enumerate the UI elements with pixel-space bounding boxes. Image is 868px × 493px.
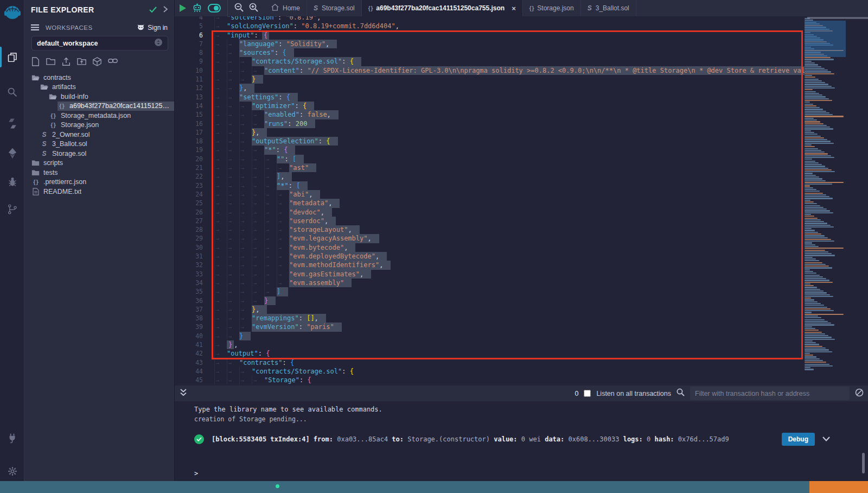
editor-code-line[interactable]: 17}, <box>175 128 805 137</box>
toggle-icon[interactable] <box>208 4 221 12</box>
close-icon[interactable]: × <box>512 4 516 12</box>
clear-console-icon[interactable] <box>855 388 864 399</box>
editor-code-line[interactable]: 21"ast" <box>175 163 805 172</box>
editor-code-line[interactable]: 9"contracts/Storage.sol": { <box>175 57 805 66</box>
git-icon[interactable] <box>0 200 24 218</box>
search-icon[interactable] <box>676 388 685 399</box>
editor-code-line[interactable]: 12}, <box>175 84 805 92</box>
terminal-scrollbar[interactable] <box>862 453 865 473</box>
file-tree-item[interactable]: { }a69b43f277ba20fcac141151250ca7... <box>24 102 174 111</box>
solidity-compiler-icon[interactable] <box>0 114 24 132</box>
tab-home[interactable]: Home <box>265 0 307 16</box>
editor-code-line[interactable]: 31"evm.deployedBytecode", <box>175 252 805 261</box>
upload-file-icon[interactable] <box>62 57 71 68</box>
editor-code-line[interactable]: 45"Storage": { <box>175 376 805 384</box>
file-explorer-icon[interactable] <box>0 48 24 66</box>
upload-folder-icon[interactable] <box>77 57 86 68</box>
editor-code-line[interactable]: 14"optimizer": { <box>175 102 805 110</box>
file-tree-item[interactable]: SStorage.sol <box>24 149 174 159</box>
file-tree-item[interactable]: { }Storage_metadata.json <box>24 111 174 121</box>
listen-all-transactions-checkbox[interactable] <box>584 390 591 397</box>
debug-button[interactable]: Debug <box>782 433 815 446</box>
file-tree-item[interactable]: { }.prettierrc.json <box>24 178 174 187</box>
editor-code-line[interactable]: 38"remappings": [], <box>175 314 805 323</box>
code-editor[interactable]: 4"solcVersion": "0.8.19",5"solcLongVersi… <box>175 16 868 385</box>
editor-code-line[interactable]: 19"*": { <box>175 146 805 154</box>
plugin-manager-icon[interactable] <box>0 429 24 447</box>
editor-code-line[interactable]: 35] <box>175 287 805 296</box>
editor-code-line[interactable]: 13"settings": { <box>175 93 805 102</box>
editor-code-line[interactable]: 30"evm.bytecode", <box>175 243 805 252</box>
file-tree-item[interactable]: { }Storage.json <box>24 121 174 130</box>
status-alert-segment[interactable] <box>809 481 868 493</box>
editor-code-line[interactable]: 4"solcVersion": "0.8.19", <box>175 16 805 22</box>
transaction-filter-input[interactable] <box>690 387 850 400</box>
minimap[interactable] <box>805 18 846 383</box>
file-tree-item[interactable]: artifacts <box>24 83 174 92</box>
remix-logo[interactable] <box>2 3 23 24</box>
editor-code-line[interactable]: 6"input": { <box>175 31 805 40</box>
workspace-select[interactable]: default_workspace <box>31 36 168 50</box>
editor-code-line[interactable]: 29"evm.legacyAssembly", <box>175 234 805 243</box>
editor-code-line[interactable]: 15"enabled": false, <box>175 110 805 119</box>
editor-code-line[interactable]: 8"sources": { <box>175 48 805 57</box>
tab-storage-json[interactable]: { }Storage.json <box>523 0 581 16</box>
tab-a69b43f277ba20fcac141151250ca755-json[interactable]: { }a69b43f277ba20fcac141151250ca755.json… <box>362 0 523 16</box>
file-tree-item[interactable]: README.txt <box>24 187 174 197</box>
editor-code-line[interactable]: 5"solcLongVersion": "0.8.19+commit.7dd6d… <box>175 22 805 30</box>
hamburger-menu-icon[interactable] <box>31 23 39 33</box>
editor-code-line[interactable]: 41}, <box>175 340 805 349</box>
new-file-icon[interactable] <box>31 57 40 68</box>
editor-code-line[interactable]: 43"contracts": { <box>175 358 805 367</box>
link-icon[interactable] <box>108 57 118 68</box>
editor-code-line[interactable]: 40} <box>175 332 805 340</box>
editor-code-line[interactable]: 25"metadata", <box>175 199 805 207</box>
minimap-viewport[interactable] <box>805 21 846 57</box>
editor-code-line[interactable]: 44"contracts/Storage.sol": { <box>175 367 805 376</box>
file-tree-item[interactable]: build-info <box>24 92 174 102</box>
double-chevron-down-icon[interactable] <box>175 389 192 399</box>
new-folder-icon[interactable] <box>46 57 55 68</box>
editor-code-line[interactable]: 39"evmVersion": "paris" <box>175 323 805 331</box>
editor-code-line[interactable]: 16"runs": 200 <box>175 119 805 128</box>
editor-code-line[interactable]: 24"abi", <box>175 190 805 199</box>
editor-code-line[interactable]: 20"": [ <box>175 155 805 163</box>
zoom-out-icon[interactable] <box>234 3 244 14</box>
editor-code-line[interactable]: 37}, <box>175 305 805 314</box>
editor-code-line[interactable]: 33"evm.gasEstimates", <box>175 270 805 279</box>
chevron-down-icon[interactable] <box>822 435 830 443</box>
terminal[interactable]: Type the library name to see available c… <box>175 401 868 481</box>
editor-code-line[interactable]: 10"content": "// SPDX-License-Identifier… <box>175 66 805 75</box>
editor-code-line[interactable]: 11} <box>175 75 805 84</box>
deploy-run-icon[interactable] <box>0 144 24 162</box>
editor-code-line[interactable]: 26"devdoc", <box>175 208 805 217</box>
libraries-icon[interactable] <box>93 57 101 68</box>
transaction-log-row[interactable]: [block:5583405 txIndex:4] from: 0xa03...… <box>194 433 830 446</box>
settings-icon[interactable] <box>0 462 24 481</box>
editor-code-line[interactable]: 7"language": "Solidity", <box>175 40 805 48</box>
file-tree-item[interactable]: S3_Ballot.sol <box>24 140 174 149</box>
editor-code-line[interactable]: 18"outputSelection": { <box>175 137 805 146</box>
terminal-prompt[interactable]: > <box>194 470 198 477</box>
editor-code-line[interactable]: 32"evm.methodIdentifiers", <box>175 261 805 269</box>
file-tree-item[interactable]: contracts <box>24 73 174 83</box>
editor-code-line[interactable]: 28"storageLayout", <box>175 225 805 234</box>
tab-storage-sol[interactable]: SStorage.sol <box>307 0 362 16</box>
editor-code-line[interactable]: 22], <box>175 172 805 181</box>
chevron-right-icon[interactable] <box>163 5 168 14</box>
file-tree-item[interactable]: tests <box>24 168 174 178</box>
editor-code-line[interactable]: 42"output": { <box>175 349 805 358</box>
file-tree-item[interactable]: S2_Owner.sol <box>24 130 174 140</box>
ai-assistant-icon[interactable] <box>192 3 202 13</box>
editor-code-line[interactable]: 27"userdoc", <box>175 217 805 225</box>
file-tree-item[interactable]: scripts <box>24 159 174 168</box>
search-icon[interactable] <box>0 83 24 101</box>
sign-in-button[interactable]: Sign in <box>137 24 168 31</box>
tab-3-ballot-sol[interactable]: S3_Ballot.sol <box>581 0 636 16</box>
editor-code-line[interactable]: 36} <box>175 296 805 305</box>
editor-code-line[interactable]: 23"*": [ <box>175 181 805 190</box>
debugger-icon[interactable] <box>0 173 24 191</box>
play-icon[interactable] <box>179 4 187 12</box>
editor-code-line[interactable]: 34"evm.assembly" <box>175 279 805 287</box>
zoom-in-icon[interactable] <box>249 3 258 14</box>
